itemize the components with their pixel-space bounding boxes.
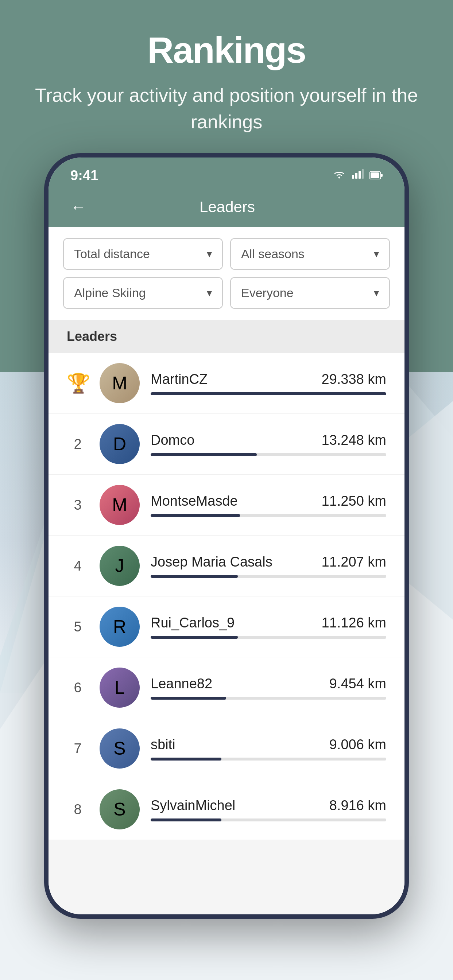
leaders-header: Leaders [48, 320, 405, 353]
rank-col: 5 [67, 619, 89, 635]
leader-name: Josep Maria Casals [151, 554, 273, 570]
leader-info: MartinCZ29.338 km [151, 372, 386, 395]
progress-bar-fill [151, 697, 226, 700]
leader-name: Leanne82 [151, 676, 212, 692]
progress-bar-bg [151, 697, 386, 700]
avatar: M [100, 363, 140, 403]
leader-distance: 9.454 km [329, 676, 386, 692]
avatar: S [100, 729, 140, 768]
nav-title: Leaders [101, 198, 353, 216]
leader-info: Domco13.248 km [151, 433, 386, 456]
total-distance-filter[interactable]: Total distance ▾ [63, 238, 223, 270]
hero-section: Rankings Track your activity and positio… [0, 29, 453, 135]
chevron-down-icon: ▾ [207, 248, 212, 260]
progress-bar-bg [151, 818, 386, 821]
all-seasons-filter[interactable]: All seasons ▾ [230, 238, 390, 270]
leader-name-row: SylvainMichel8.916 km [151, 798, 386, 813]
everyone-label: Everyone [241, 286, 293, 300]
rank-col: 4 [67, 558, 89, 574]
rank-col: 7 [67, 741, 89, 757]
filters-container: Total distance ▾ All seasons ▾ Alpine Sk… [48, 227, 405, 320]
leader-distance: 13.248 km [322, 433, 386, 448]
svg-rect-11 [381, 174, 383, 177]
svg-rect-7 [355, 173, 357, 179]
progress-bar-bg [151, 392, 386, 395]
progress-bar-fill [151, 757, 222, 760]
leader-name-row: Rui_Carlos_911.126 km [151, 615, 386, 631]
leader-name: SylvainMichel [151, 798, 235, 813]
trophy-icon: 🏆 [67, 372, 91, 394]
avatar: D [100, 424, 140, 464]
progress-bar-bg [151, 636, 386, 639]
nav-bar: ← Leaders [48, 191, 405, 227]
leader-name: MartinCZ [151, 372, 207, 387]
leaders-section: Leaders 🏆MMartinCZ29.338 km2DDomco13.248… [48, 320, 405, 915]
wifi-icon [332, 169, 346, 182]
leader-info: MontseMasde11.250 km [151, 493, 386, 517]
avatar: L [100, 668, 140, 708]
leader-name-row: sbiti9.006 km [151, 737, 386, 752]
leader-name: MontseMasde [151, 493, 238, 509]
leader-name-row: Domco13.248 km [151, 433, 386, 448]
leader-distance: 11.250 km [322, 493, 386, 509]
status-icons [332, 169, 383, 182]
progress-bar-bg [151, 757, 386, 760]
hero-title: Rankings [0, 29, 453, 71]
leaders-header-text: Leaders [67, 329, 117, 344]
avatar: M [100, 485, 140, 525]
progress-bar-fill [151, 453, 257, 456]
svg-rect-12 [370, 172, 379, 178]
back-button[interactable]: ← [70, 198, 86, 216]
everyone-filter[interactable]: Everyone ▾ [230, 277, 390, 309]
table-row: 7Ssbiti9.006 km [48, 718, 405, 779]
chevron-down-icon: ▾ [374, 287, 379, 299]
alpine-skiing-filter[interactable]: Alpine Skiing ▾ [63, 277, 223, 309]
leader-info: Josep Maria Casals11.207 km [151, 554, 386, 578]
chevron-down-icon: ▾ [207, 287, 212, 299]
leader-distance: 29.338 km [322, 372, 386, 387]
hero-subtitle: Track your activity and position yoursel… [0, 82, 453, 135]
leader-distance: 9.006 km [329, 737, 386, 752]
signal-icon [352, 169, 364, 182]
svg-rect-8 [359, 171, 361, 179]
table-row: 4JJosep Maria Casals11.207 km [48, 536, 405, 597]
phone-screen: 9:41 [48, 158, 405, 915]
total-distance-label: Total distance [74, 247, 150, 261]
leader-info: Rui_Carlos_911.126 km [151, 615, 386, 639]
rank-col: 🏆 [67, 372, 89, 395]
progress-bar-fill [151, 514, 240, 517]
leader-name-row: Josep Maria Casals11.207 km [151, 554, 386, 570]
rank-col: 3 [67, 497, 89, 513]
progress-bar-bg [151, 575, 386, 578]
table-row: 5RRui_Carlos_911.126 km [48, 597, 405, 657]
chevron-down-icon: ▾ [374, 248, 379, 260]
svg-rect-6 [352, 175, 354, 179]
leader-info: SylvainMichel8.916 km [151, 798, 386, 821]
avatar: J [100, 546, 140, 586]
leader-name: Rui_Carlos_9 [151, 615, 234, 631]
all-seasons-label: All seasons [241, 247, 305, 261]
leader-distance: 11.207 km [322, 554, 386, 570]
svg-point-5 [338, 177, 340, 179]
progress-bar-bg [151, 453, 386, 456]
filter-row-2: Alpine Skiing ▾ Everyone ▾ [63, 277, 390, 309]
leader-info: Leanne829.454 km [151, 676, 386, 700]
battery-icon [370, 170, 383, 182]
table-row: 8SSylvainMichel8.916 km [48, 779, 405, 840]
table-row: 3MMontseMasde11.250 km [48, 475, 405, 536]
rank-col: 6 [67, 680, 89, 695]
progress-bar-fill [151, 392, 386, 395]
avatar: S [100, 789, 140, 829]
progress-bar-fill [151, 575, 238, 578]
leader-name: sbiti [151, 737, 175, 752]
progress-bar-bg [151, 514, 386, 517]
table-row: 2DDomco13.248 km [48, 414, 405, 475]
status-time: 9:41 [70, 168, 98, 183]
phone-frame: 9:41 [44, 153, 409, 919]
leader-name: Domco [151, 433, 195, 448]
leader-info: sbiti9.006 km [151, 737, 386, 760]
svg-rect-9 [362, 169, 364, 179]
leader-distance: 11.126 km [322, 615, 386, 631]
leader-name-row: MartinCZ29.338 km [151, 372, 386, 387]
filter-row-1: Total distance ▾ All seasons ▾ [63, 238, 390, 270]
